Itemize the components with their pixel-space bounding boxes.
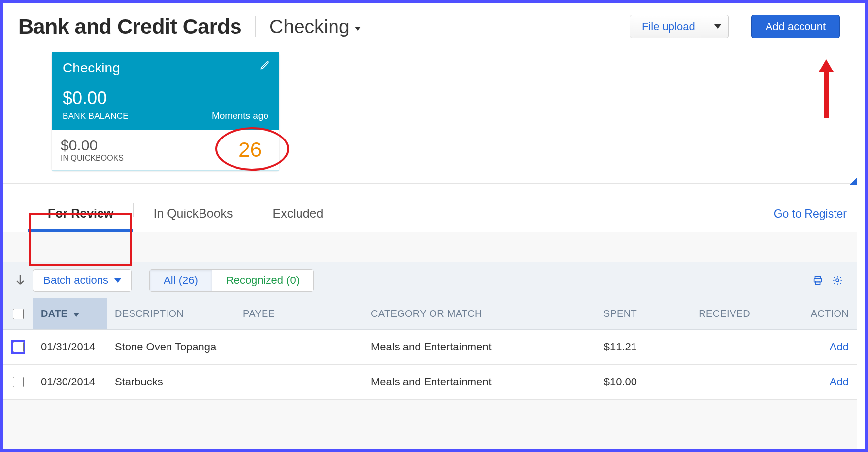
row-action-add[interactable]: Add	[830, 376, 849, 388]
cell-description: Starbucks	[107, 365, 235, 400]
row-action-add[interactable]: Add	[830, 341, 849, 353]
tab-excluded[interactable]: Excluded	[253, 198, 343, 232]
chevron-down-icon	[714, 24, 721, 29]
pencil-icon	[260, 60, 269, 70]
gear-icon	[832, 275, 843, 286]
cell-spent: $10.00	[541, 365, 645, 400]
add-account-label: Add account	[766, 20, 826, 33]
cell-payee[interactable]	[235, 330, 363, 365]
page-title: Bank and Credit Cards	[18, 14, 241, 38]
card-bank-balance-label: BANK BALANCE	[63, 111, 129, 121]
table-header-row: DATE DESCRIPTION PAYEE CATEGORY OR MATCH…	[3, 298, 857, 330]
column-header-date[interactable]: DATE	[33, 298, 107, 330]
table-row[interactable]: 01/31/2014 Stone Oven Topanga Meals and …	[3, 330, 857, 365]
filter-tabs: All (26) Recognized (0)	[149, 269, 314, 292]
cell-category[interactable]: Meals and Entertainment	[363, 365, 541, 400]
batch-actions-button[interactable]: Batch actions	[33, 269, 132, 292]
cell-payee[interactable]	[235, 365, 363, 400]
cell-category[interactable]: Meals and Entertainment	[363, 330, 541, 365]
column-header-received[interactable]: RECEIVED	[645, 298, 758, 330]
filter-tab-recognized-label: Recognized (0)	[226, 274, 300, 287]
tab-in-quickbooks-label: In QuickBooks	[153, 207, 233, 220]
account-selector-label: Checking	[269, 16, 350, 37]
filter-tab-all[interactable]: All (26)	[150, 270, 212, 291]
column-header-description[interactable]: DESCRIPTION	[107, 298, 235, 330]
svg-rect-2	[815, 281, 820, 284]
page-scroll-area[interactable]: Bank and Credit Cards Checking File uplo…	[3, 3, 857, 449]
row-checkbox[interactable]	[13, 342, 24, 352]
column-header-date-label: DATE	[41, 308, 67, 319]
svg-point-3	[836, 279, 839, 282]
transactions-table: DATE DESCRIPTION PAYEE CATEGORY OR MATCH…	[3, 298, 857, 400]
card-updated-time: Moments ago	[212, 110, 268, 121]
table-toolbar: Batch actions All (26) Recognized (0)	[3, 262, 857, 298]
expand-notch-icon[interactable]	[850, 178, 857, 185]
row-checkbox[interactable]	[13, 377, 24, 387]
column-header-payee[interactable]: PAYEE	[235, 298, 363, 330]
print-button[interactable]	[812, 275, 823, 286]
printer-icon	[812, 275, 823, 286]
divider	[255, 16, 256, 37]
filter-tab-recognized[interactable]: Recognized (0)	[212, 270, 313, 291]
batch-actions-label: Batch actions	[43, 274, 108, 287]
account-cards-strip: Checking $0.00 BANK BALANCE Moments ago	[3, 43, 857, 184]
chevron-down-icon	[355, 27, 361, 31]
go-to-register-label: Go to Register	[774, 208, 847, 220]
file-upload-dropdown-toggle[interactable]	[707, 15, 729, 38]
page-header: Bank and Credit Cards Checking File uplo…	[3, 3, 857, 43]
file-upload-label: File upload	[642, 20, 695, 33]
column-header-action[interactable]: ACTION	[758, 298, 857, 330]
table-row[interactable]: 01/30/2014 Starbucks Meals and Entertain…	[3, 365, 857, 400]
go-to-register-link[interactable]: Go to Register	[774, 208, 847, 232]
cell-date: 01/31/2014	[33, 330, 107, 365]
cell-spent: $11.21	[541, 330, 645, 365]
cell-description: Stone Oven Topanga	[107, 330, 235, 365]
column-header-spent[interactable]: SPENT	[541, 298, 645, 330]
file-upload-button[interactable]: File upload	[630, 15, 707, 38]
settings-button[interactable]	[832, 275, 843, 286]
card-qb-balance-amount: $0.00	[61, 137, 124, 154]
card-qb-balance-label: IN QUICKBOOKS	[61, 154, 124, 163]
cell-date: 01/30/2014	[33, 365, 107, 400]
column-header-select-all[interactable]	[3, 298, 33, 330]
card-account-name: Checking	[63, 60, 268, 76]
select-all-checkbox[interactable]	[13, 309, 24, 319]
chevron-down-icon	[114, 278, 121, 283]
tab-for-review[interactable]: For Review	[28, 198, 133, 232]
filter-tab-all-label: All (26)	[164, 274, 198, 287]
tabs-row: For Review In QuickBooks Excluded Go to …	[3, 184, 857, 232]
sort-desc-icon	[73, 313, 79, 317]
tab-in-quickbooks[interactable]: In QuickBooks	[134, 198, 252, 232]
card-bank-balance-amount: $0.00	[63, 88, 268, 108]
sort-direction-icon[interactable]	[14, 273, 26, 287]
cell-received	[645, 365, 758, 400]
edit-account-button[interactable]	[260, 60, 269, 70]
column-header-category[interactable]: CATEGORY OR MATCH	[363, 298, 541, 330]
tab-for-review-label: For Review	[48, 207, 113, 220]
cell-received	[645, 330, 758, 365]
tab-excluded-label: Excluded	[273, 207, 324, 220]
account-card-checking[interactable]: Checking $0.00 BANK BALANCE Moments ago	[52, 52, 279, 171]
account-selector[interactable]: Checking	[269, 16, 361, 37]
card-pending-count: 26	[238, 138, 268, 162]
add-account-button[interactable]: Add account	[751, 15, 840, 38]
